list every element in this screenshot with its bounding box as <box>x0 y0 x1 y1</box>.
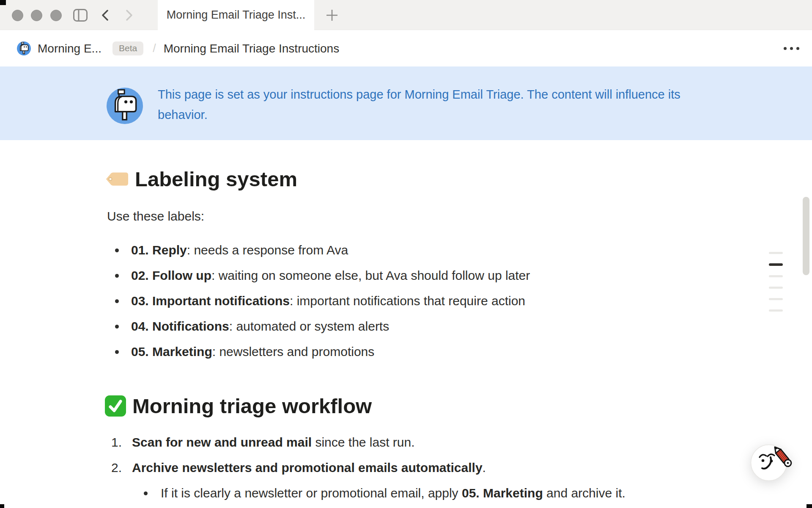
list-item: 05. Marketing: newsletters and promotion… <box>107 342 712 361</box>
scrollbar-thumb[interactable] <box>803 197 809 275</box>
browser-tab[interactable]: Morning Email Triage Inst... <box>158 0 314 30</box>
callout-line-1: This page is set as your instructions pa… <box>158 84 680 105</box>
bullet-icon <box>115 299 119 303</box>
beta-badge: Beta <box>112 41 143 55</box>
list-item: 1. Scan for new and unread mail since th… <box>107 433 712 452</box>
labels-list: 01. Reply: needs a response from Ava 02.… <box>107 241 712 361</box>
zoom-window-button[interactable] <box>50 10 62 21</box>
workspace-mailbox-icon[interactable] <box>17 41 31 55</box>
more-options-icon[interactable] <box>784 30 799 66</box>
edit-doodle-button[interactable] <box>747 437 799 486</box>
check-mark-icon <box>104 395 126 417</box>
label-tag-icon <box>104 171 129 188</box>
mailbox-robot-icon <box>107 88 143 126</box>
breadcrumb: Morning E... Beta / Morning Email Triage… <box>0 30 812 66</box>
section-heading-labeling: Labeling system <box>107 166 712 192</box>
close-window-button[interactable] <box>12 10 23 21</box>
instructions-callout: This page is set as your instructions pa… <box>0 66 812 140</box>
bullet-icon <box>115 248 119 252</box>
workflow-steps: 1. Scan for new and unread mail since th… <box>107 433 712 477</box>
window-titlebar: Morning Email Triage Inst... <box>0 0 812 30</box>
screen-corner-artifact <box>0 0 6 5</box>
new-tab-icon[interactable] <box>326 9 338 22</box>
callout-text: This page is set as your instructions pa… <box>158 84 680 125</box>
page-outline-indicator[interactable] <box>769 252 783 321</box>
bullet-icon <box>115 274 119 278</box>
bullet-icon <box>144 491 148 495</box>
heading-text: Morning triage workflow <box>132 393 372 419</box>
step-number: 1. <box>111 433 132 452</box>
bullet-icon <box>115 350 119 354</box>
tab-title: Morning Email Triage Inst... <box>167 8 306 22</box>
back-icon[interactable] <box>100 9 111 21</box>
screen-corner-artifact <box>807 504 812 508</box>
section-heading-workflow: Morning triage workflow <box>107 393 712 419</box>
labels-intro: Use these labels: <box>107 207 712 226</box>
list-item: 02. Follow up: waiting on someone else, … <box>107 266 712 285</box>
heading-text: Labeling system <box>135 166 297 192</box>
forward-icon[interactable] <box>123 9 134 21</box>
list-item: If it is clearly a newsletter or promoti… <box>107 484 712 502</box>
list-item: 04. Notifications: automated or system a… <box>107 317 712 336</box>
list-item: 2. Archive newsletters and promotional e… <box>107 458 712 477</box>
list-item: 01. Reply: needs a response from Ava <box>107 241 712 260</box>
list-item: 03. Important notifications: important n… <box>107 292 712 310</box>
breadcrumb-separator: / <box>153 42 156 55</box>
breadcrumb-page-title[interactable]: Morning Email Triage Instructions <box>164 42 340 55</box>
page-content: Labeling system Use these labels: 01. Re… <box>107 140 712 502</box>
sidebar-toggle-icon[interactable] <box>73 8 88 22</box>
minimize-window-button[interactable] <box>31 10 42 21</box>
breadcrumb-workspace-name[interactable]: Morning E... <box>38 42 102 55</box>
callout-line-2: behavior. <box>158 105 680 125</box>
screen-corner-artifact <box>0 504 4 508</box>
bullet-icon <box>115 325 119 329</box>
step-number: 2. <box>111 458 132 477</box>
workflow-substeps: If it is clearly a newsletter or promoti… <box>107 484 712 502</box>
